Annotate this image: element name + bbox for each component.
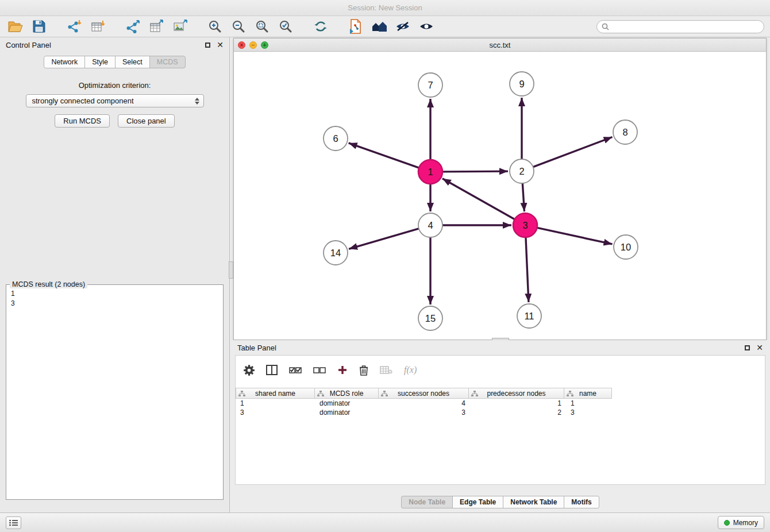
- delete-column-button[interactable]: [359, 365, 368, 376]
- graph-node-1[interactable]: 1: [418, 160, 442, 184]
- cell-mcds-role[interactable]: dominator: [315, 408, 379, 417]
- tab-style[interactable]: Style: [84, 56, 116, 68]
- export-network-icon: [126, 20, 140, 33]
- run-mcds-button[interactable]: Run MCDS: [55, 114, 110, 128]
- table-panel-tabs: Node Table Edge Table Network Table Moti…: [230, 496, 770, 508]
- table-toolbar: f(x): [236, 356, 765, 384]
- graph-edge-2-3[interactable]: [522, 183, 524, 211]
- houses-icon: [371, 20, 387, 33]
- column-header-mcds-role[interactable]: MCDS role: [314, 388, 379, 399]
- overview-button[interactable]: [369, 18, 389, 35]
- mcds-result-content[interactable]: 1 3: [6, 285, 223, 313]
- float-table-panel-icon[interactable]: [745, 345, 750, 350]
- column-header-name[interactable]: name: [564, 388, 612, 399]
- column-header-shared-name[interactable]: shared name: [236, 388, 315, 399]
- graph-node-14[interactable]: 14: [324, 241, 348, 265]
- tab-motifs[interactable]: Motifs: [564, 496, 599, 508]
- graph-node-10[interactable]: 10: [614, 235, 638, 259]
- zoom-in-button[interactable]: [205, 18, 225, 35]
- network-canvas[interactable]: 7968124314101511: [234, 52, 766, 340]
- cell-name[interactable]: 1: [566, 399, 614, 408]
- import-network-button[interactable]: [64, 18, 84, 35]
- table-row[interactable]: 1 dominator 4 1 1: [236, 399, 765, 408]
- column-header-successor-nodes[interactable]: successor nodes: [378, 388, 469, 399]
- graph-edge-3-1[interactable]: [442, 179, 515, 219]
- tab-select[interactable]: Select: [115, 56, 150, 68]
- copy-network-document-button[interactable]: [346, 18, 365, 35]
- close-table-panel-icon[interactable]: ✕: [756, 344, 763, 352]
- tab-node-table[interactable]: Node Table: [401, 496, 453, 508]
- zoom-out-icon: [232, 20, 245, 33]
- cell-name[interactable]: 3: [566, 408, 614, 417]
- tab-edge-table[interactable]: Edge Table: [452, 496, 503, 508]
- save-session-button[interactable]: [29, 18, 49, 35]
- cell-shared-name[interactable]: 1: [236, 399, 315, 408]
- tab-network-table[interactable]: Network Table: [503, 496, 564, 508]
- svg-text:15: 15: [425, 313, 436, 323]
- graph-node-9[interactable]: 9: [510, 72, 534, 96]
- vertical-split-handle[interactable]: [229, 261, 233, 279]
- graph-edge-3-10[interactable]: [537, 228, 613, 244]
- graph-edge-1-2[interactable]: [442, 171, 508, 172]
- select-all-columns-button[interactable]: [289, 365, 302, 375]
- graph-node-15[interactable]: 15: [418, 306, 442, 330]
- unselect-all-columns-button[interactable]: [313, 365, 326, 375]
- export-table-button[interactable]: [147, 18, 166, 35]
- show-columns-button[interactable]: [266, 365, 278, 375]
- graph-node-7[interactable]: 7: [418, 73, 442, 97]
- cell-successor-nodes[interactable]: 4: [379, 399, 470, 408]
- graph-edge-2-8[interactable]: [533, 137, 613, 167]
- svg-text:8: 8: [622, 127, 627, 137]
- zoom-selected-button[interactable]: [276, 18, 295, 35]
- graph-node-8[interactable]: 8: [613, 120, 637, 144]
- cell-predecessor-nodes[interactable]: 2: [470, 408, 566, 417]
- show-hide-details-button[interactable]: [417, 18, 436, 35]
- search-input[interactable]: [612, 22, 759, 30]
- import-table-button[interactable]: [88, 18, 107, 35]
- graph-node-11[interactable]: 11: [517, 304, 541, 328]
- memory-button[interactable]: Memory: [718, 516, 764, 529]
- graph-edge-3-11[interactable]: [526, 237, 529, 302]
- search-field[interactable]: [596, 20, 764, 33]
- cell-mcds-role[interactable]: dominator: [315, 399, 379, 408]
- column-sort-icon: [317, 391, 324, 397]
- cell-predecessor-nodes[interactable]: 1: [470, 399, 566, 408]
- control-panel-tabs: Network Style Select MCDS: [0, 56, 229, 68]
- maximize-window-icon[interactable]: +: [261, 41, 268, 49]
- close-panel-icon[interactable]: ✕: [217, 41, 224, 49]
- open-session-button[interactable]: [6, 18, 25, 35]
- graph-edge-1-6[interactable]: [349, 143, 419, 168]
- cell-shared-name[interactable]: 3: [236, 408, 315, 417]
- export-network-button[interactable]: [123, 18, 143, 35]
- graph-edge-4-14[interactable]: [349, 229, 419, 249]
- task-history-button[interactable]: [6, 516, 21, 529]
- table-settings-button[interactable]: [244, 365, 255, 376]
- tab-mcds[interactable]: MCDS: [149, 56, 186, 68]
- column-header-predecessor-nodes[interactable]: predecessor nodes: [468, 388, 564, 399]
- minimize-window-icon[interactable]: −: [249, 41, 257, 49]
- zoom-fit-button[interactable]: [252, 18, 272, 35]
- mcds-result-title: MCDS result (2 nodes): [10, 280, 87, 288]
- cell-successor-nodes[interactable]: 3: [379, 408, 470, 417]
- close-panel-button[interactable]: Close panel: [118, 114, 175, 128]
- graph-node-6[interactable]: 6: [324, 126, 348, 151]
- create-column-button[interactable]: [337, 365, 348, 375]
- refresh-view-button[interactable]: [311, 18, 330, 35]
- graph-node-2[interactable]: 2: [510, 159, 534, 183]
- table-row[interactable]: 3 dominator 3 2 3: [236, 408, 765, 417]
- graph-node-4[interactable]: 4: [418, 213, 442, 237]
- network-window-titlebar[interactable]: × − + scc.txt: [234, 38, 766, 52]
- zoom-out-button[interactable]: [229, 18, 248, 35]
- graph-node-3[interactable]: 3: [513, 213, 537, 237]
- eye-slash-icon: [395, 21, 410, 32]
- export-image-button[interactable]: [170, 18, 190, 35]
- refresh-icon: [314, 20, 328, 33]
- export-table-icon: [149, 20, 164, 33]
- network-document-icon: [349, 19, 363, 34]
- tab-network[interactable]: Network: [44, 56, 85, 68]
- float-panel-icon[interactable]: [205, 43, 210, 48]
- close-window-icon[interactable]: ×: [238, 41, 245, 49]
- graphics-details-button[interactable]: [393, 18, 413, 35]
- network-graph[interactable]: 7968124314101511: [234, 52, 766, 340]
- criterion-select[interactable]: strongly connected component: [26, 94, 204, 107]
